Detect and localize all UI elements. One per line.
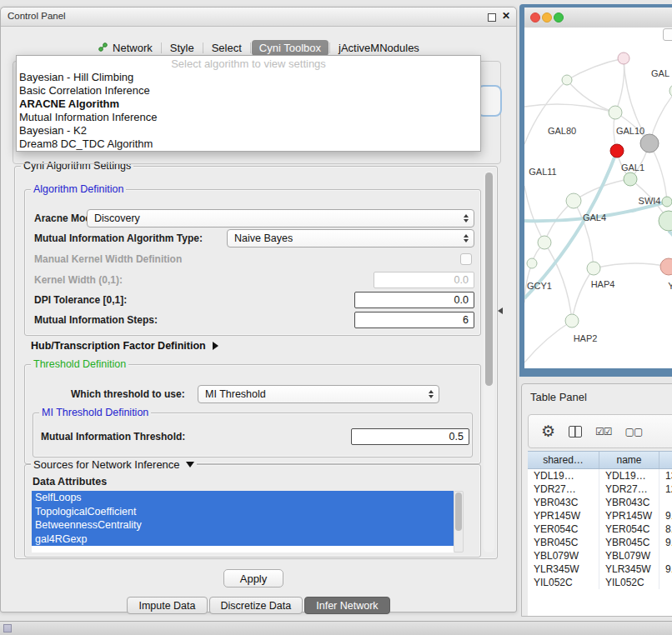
close-panel-icon[interactable]: ✕ — [502, 10, 510, 22]
network-node[interactable] — [624, 172, 637, 186]
table-row[interactable]: YBR045CYBR045C9. — [528, 536, 672, 549]
table-row[interactable]: YPR145WYPR145W9. — [528, 509, 672, 522]
column-header[interactable]: shared… — [528, 452, 599, 468]
mi-threshold-label: Mutual Information Threshold: — [41, 431, 185, 442]
tab-select[interactable]: Select — [204, 40, 249, 56]
network-node[interactable] — [640, 134, 659, 152]
table-cell: YER054C — [599, 522, 659, 536]
network-view-window: GALGAL80GAL10GAL11GAL1SWI4GAL4GCY1HAP4YH… — [519, 4, 672, 377]
combo-arrows-icon — [464, 234, 469, 242]
network-node[interactable] — [565, 314, 579, 328]
algorithm-option-basic-correlation-inference[interactable]: Basic Correlation Inference — [17, 84, 480, 98]
attribute-list-item[interactable]: BetweennessCentrality — [32, 518, 454, 532]
threshold-type-value: MI Threshold — [205, 388, 266, 400]
dpi-tolerance-field[interactable]: 0.0 — [354, 292, 474, 308]
algorithm-option-mutual-information-inference[interactable]: Mutual Information Inference — [17, 111, 480, 124]
table-toolbar: ⚙ ☑☑ ▢▢ — [528, 414, 672, 448]
tab-jactivemnodules[interactable]: jActiveMNodules — [331, 40, 427, 56]
column-header[interactable] — [659, 452, 672, 468]
table-row[interactable]: YDR27…YDR27…12 — [528, 482, 672, 496]
table-row[interactable]: YDL19…YDL19…13 — [528, 469, 672, 482]
chevron-right-icon — [213, 342, 218, 350]
mi-algorithm-type-select[interactable]: Naive Bayes — [227, 229, 474, 248]
attribute-list-scrollbar[interactable] — [454, 491, 464, 552]
panel-collapse-arrow[interactable] — [498, 308, 503, 314]
network-edge[interactable] — [524, 321, 572, 362]
node-label: HAP2 — [574, 333, 598, 343]
table-row[interactable]: YBR043CYBR043C — [528, 496, 672, 509]
scrollbar-thumb[interactable] — [455, 492, 462, 531]
bottom-tab-discretize-data[interactable]: Discretize Data — [209, 597, 303, 614]
network-node[interactable] — [662, 197, 672, 207]
columns-icon[interactable] — [569, 426, 582, 438]
algorithm-option-dream8-dc-tdc-algorithm[interactable]: Dream8 DC_TDC Algorithm — [17, 138, 480, 151]
hub-section-label: Hub/Transcription Factor Definition — [31, 340, 206, 352]
network-canvas[interactable]: GALGAL80GAL10GAL11GAL1SWI4GAL4GCY1HAP4YH… — [524, 28, 672, 368]
table-body: YDL19…YDL19…13YDR27…YDR27…12YBR043CYBR04… — [528, 469, 672, 616]
network-node[interactable] — [610, 144, 624, 158]
mi-algorithm-type-value: Naive Bayes — [234, 232, 293, 244]
network-node[interactable] — [618, 52, 629, 64]
network-edge[interactable] — [567, 80, 615, 112]
network-node[interactable] — [609, 106, 622, 119]
network-edge[interactable] — [567, 58, 624, 80]
algorithm-placeholder-option[interactable]: Select algorithm to view settings — [17, 58, 480, 71]
network-edge[interactable] — [615, 58, 624, 112]
mi-steps-field[interactable]: 6 — [354, 312, 474, 328]
algorithm-option-bayesian-hill-climbing[interactable]: Bayesian - Hill Climbing — [17, 71, 480, 84]
attribute-list-item[interactable]: TopologicalCoefficient — [32, 505, 454, 519]
network-graph: GALGAL80GAL10GAL11GAL1SWI4GAL4GCY1HAP4YH… — [524, 28, 672, 368]
network-window-titlebar[interactable] — [524, 8, 672, 28]
network-edge[interactable] — [524, 104, 615, 112]
table-row[interactable]: YBL079WYBL079W — [528, 549, 672, 562]
bottom-tab-infer-network[interactable]: Infer Network — [304, 597, 389, 614]
tab-cyni-toolbox[interactable]: Cyni Toolbox — [252, 40, 328, 56]
close-window-icon[interactable] — [530, 12, 540, 22]
minimize-window-icon[interactable] — [542, 12, 552, 22]
threshold-type-select[interactable]: MI Threshold — [198, 385, 439, 403]
network-node[interactable] — [538, 236, 551, 249]
apply-button[interactable]: Apply — [223, 569, 283, 588]
tab-separator — [329, 42, 330, 53]
table-row[interactable]: YIL052CYIL052C — [528, 576, 672, 589]
network-edge[interactable] — [572, 268, 594, 321]
sources-collapse-toggle[interactable]: Sources for Network Inference — [31, 458, 197, 471]
tab-network[interactable]: Network — [90, 40, 160, 56]
mi-threshold-field[interactable]: 0.5 — [351, 428, 469, 445]
table-row[interactable]: YER054CYER054C8. — [528, 522, 672, 536]
kernel-width-field[interactable]: 0.0 — [374, 272, 474, 288]
aracne-mode-value: Discovery — [94, 212, 140, 224]
network-node[interactable] — [527, 258, 537, 268]
view-toolbar-fragment[interactable] — [663, 28, 672, 41]
column-header[interactable]: name — [599, 452, 659, 468]
zoom-window-icon[interactable] — [554, 12, 564, 22]
network-node[interactable] — [659, 211, 672, 231]
hub-section-toggle[interactable]: Hub/Transcription Factor Definition — [31, 340, 218, 352]
panel-grid-icon[interactable] — [3, 624, 12, 632]
control-panel-titlebar[interactable]: Control Panel ✕ — [1, 8, 516, 27]
float-panel-icon[interactable] — [488, 13, 496, 22]
network-edge[interactable] — [524, 186, 544, 242]
network-edge[interactable] — [594, 263, 669, 268]
tab-style[interactable]: Style — [163, 40, 202, 56]
deselect-all-icon[interactable]: ▢▢ — [625, 426, 643, 438]
network-node[interactable] — [566, 193, 581, 208]
select-all-icon[interactable]: ☑☑ — [595, 426, 612, 438]
manual-kernel-checkbox[interactable] — [460, 253, 472, 265]
bottom-tab-impute-data[interactable]: Impute Data — [127, 597, 207, 614]
gear-icon[interactable]: ⚙ — [541, 423, 555, 439]
scrollbar-thumb[interactable] — [485, 172, 493, 386]
combo-arrows-icon — [429, 390, 434, 398]
network-node[interactable] — [660, 258, 672, 275]
settings-scrollbar[interactable] — [484, 171, 494, 552]
table-cell: 9. — [659, 562, 672, 576]
table-cell: YDL19… — [528, 469, 599, 482]
network-node[interactable] — [562, 75, 572, 85]
network-node[interactable] — [587, 262, 600, 275]
attribute-list-item[interactable]: gal4RGexp — [32, 532, 454, 547]
attribute-list-item[interactable]: SelfLoops — [32, 491, 454, 505]
algorithm-option-aracne-algorithm[interactable]: ARACNE Algorithm — [17, 98, 480, 111]
aracne-mode-select[interactable]: Discovery — [87, 209, 474, 228]
table-row[interactable]: YLR345WYLR345W9. — [528, 562, 672, 576]
algorithm-option-bayesian-k2[interactable]: Bayesian - K2 — [17, 124, 480, 138]
